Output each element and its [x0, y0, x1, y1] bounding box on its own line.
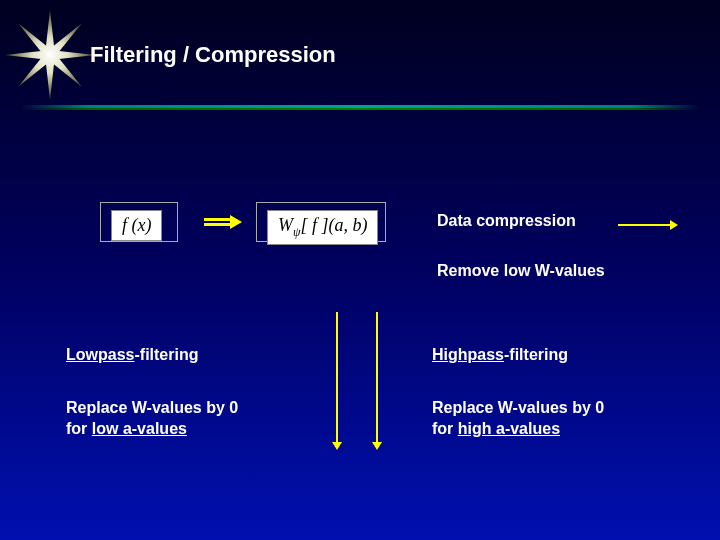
- label-lowpass: Lowpass-filtering: [66, 346, 198, 364]
- slide-title: Filtering / Compression: [90, 42, 336, 68]
- lowpass-underlined: Lowpass: [66, 346, 134, 363]
- label-highpass: Highpass-filtering: [432, 346, 568, 364]
- formula-wavelet: Wψ[ f ](a, b): [267, 210, 378, 245]
- label-lowpass-desc: Replace W-values by 0 for low a-values: [66, 398, 238, 440]
- arrow-transform-icon: [204, 215, 242, 229]
- formula-w-pre: W: [278, 215, 293, 235]
- star-bullet-icon: [5, 10, 95, 100]
- arrow-compression-icon: [618, 222, 678, 228]
- hp-line2a: for: [432, 420, 458, 437]
- highpass-underlined: Highpass: [432, 346, 504, 363]
- formula-w-post: [ f ](a, b): [300, 215, 367, 235]
- highpass-rest: -filtering: [504, 346, 568, 363]
- title-underline: [0, 105, 720, 111]
- arrow-down-right-icon: [376, 312, 378, 442]
- arrow-down-left-icon: [336, 312, 338, 442]
- hp-line1: Replace W-values by 0: [432, 399, 604, 416]
- label-data-compression: Data compression: [437, 212, 576, 230]
- label-highpass-desc: Replace W-values by 0 for high a-values: [432, 398, 604, 440]
- hp-line2b: high a-values: [458, 420, 560, 437]
- lowpass-rest: -filtering: [134, 346, 198, 363]
- formula-fx: f (x): [111, 210, 162, 241]
- lp-line2b: low a-values: [92, 420, 187, 437]
- formula-fx-text: f (x): [122, 215, 151, 235]
- label-remove-low: Remove low W-values: [437, 262, 605, 280]
- lp-line1: Replace W-values by 0: [66, 399, 238, 416]
- lp-line2a: for: [66, 420, 92, 437]
